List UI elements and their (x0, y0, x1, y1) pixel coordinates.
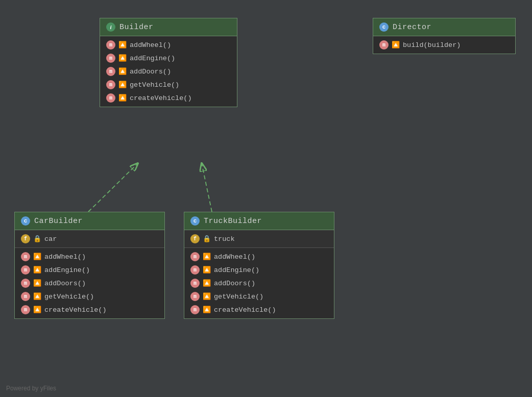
method-badge-m: m (106, 40, 115, 49)
carbuilder-method-addwheel: m 🔼 addWheel() (15, 250, 164, 263)
method-badge-m: m (190, 265, 200, 275)
truckbuilder-method-addengine: m 🔼 addEngine() (184, 263, 334, 277)
director-header: c Director (373, 18, 515, 36)
truckbuilder-class-name: TruckBuilder (204, 217, 262, 226)
truckbuilder-methods: m 🔼 addWheel() m 🔼 addEngine() m 🔼 addDo… (184, 248, 334, 318)
override-icon: 🔼 (33, 266, 41, 274)
carbuilder-method-createvehicle: m 🔼 createVehicle() (15, 303, 164, 316)
director-method-build: m 🔼 build(builder) (373, 38, 515, 52)
carbuilder-field-car: f 🔒 car (15, 232, 164, 245)
method-badge-m: m (21, 265, 30, 275)
director-class-name: Director (393, 23, 431, 32)
override-icon: 🔼 (118, 94, 127, 102)
director-methods: m 🔼 build(builder) (373, 36, 515, 54)
watermark: Powered by yFiles (6, 385, 56, 392)
override-icon: 🔼 (118, 67, 127, 76)
director-badge-icon: c (379, 22, 389, 32)
builder-method-getvehicle: m 🔼 getVehicle() (100, 78, 237, 91)
builder-class-name: Builder (119, 23, 154, 32)
builder-method-addengine: m 🔼 addEngine() (100, 52, 237, 65)
carbuilder-class-box: c CarBuilder f 🔒 car m 🔼 addWheel() m 🔼 … (14, 212, 165, 319)
truckbuilder-class-box: c TruckBuilder f 🔒 truck m 🔼 addWheel() … (184, 212, 334, 319)
method-badge-m: m (190, 279, 200, 288)
method-badge-m: m (106, 80, 115, 89)
override-icon: 🔼 (118, 54, 127, 62)
builder-header: i Builder (100, 18, 237, 36)
carbuilder-method-adddoors: m 🔼 addDoors() (15, 277, 164, 290)
truck-builder-to-builder-arrow (202, 163, 212, 212)
method-badge-m: m (21, 279, 30, 288)
override-icon: 🔼 (33, 306, 41, 314)
carbuilder-methods: m 🔼 addWheel() m 🔼 addEngine() m 🔼 addDo… (15, 248, 164, 318)
override-icon: 🔼 (203, 266, 211, 274)
override-icon: 🔼 (33, 292, 41, 301)
lock-icon: 🔒 (203, 235, 211, 243)
builder-methods: m 🔼 addWheel() m 🔼 addEngine() m 🔼 addDo… (100, 36, 237, 107)
field-badge-f: f (190, 234, 200, 243)
override-icon: 🔼 (118, 41, 127, 49)
carbuilder-header: c CarBuilder (15, 212, 164, 230)
method-badge-m: m (21, 292, 30, 301)
truckbuilder-method-getvehicle: m 🔼 getVehicle() (184, 290, 334, 303)
truckbuilder-method-createvehicle: m 🔼 createVehicle() (184, 303, 334, 316)
method-badge-m: m (190, 292, 200, 301)
method-badge-m: m (106, 54, 115, 63)
arrows-svg (0, 0, 532, 397)
field-badge-f: f (21, 234, 30, 243)
override-icon: 🔼 (203, 306, 211, 314)
override-icon: 🔼 (33, 279, 41, 287)
method-badge-m: m (106, 93, 115, 103)
override-icon: 🔼 (392, 41, 400, 49)
carbuilder-fields: f 🔒 car (15, 230, 164, 248)
lock-icon: 🔒 (33, 235, 41, 243)
builder-class-box: i Builder m 🔼 addWheel() m 🔼 addEngine()… (100, 18, 237, 107)
truckbuilder-method-adddoors: m 🔼 addDoors() (184, 277, 334, 290)
builder-badge-icon: i (106, 22, 115, 32)
method-badge-m: m (21, 305, 30, 314)
override-icon: 🔼 (203, 292, 211, 301)
carbuilder-method-getvehicle: m 🔼 getVehicle() (15, 290, 164, 303)
override-icon: 🔼 (33, 253, 41, 261)
method-badge-m: m (190, 305, 200, 314)
car-builder-to-builder-arrow (88, 163, 138, 212)
truckbuilder-fields: f 🔒 truck (184, 230, 334, 248)
truckbuilder-method-addwheel: m 🔼 addWheel() (184, 250, 334, 263)
builder-method-adddoors: m 🔼 addDoors() (100, 65, 237, 78)
override-icon: 🔼 (203, 253, 211, 261)
override-icon: 🔼 (203, 279, 211, 287)
carbuilder-class-name: CarBuilder (34, 217, 83, 226)
method-badge-m: m (379, 40, 389, 49)
truckbuilder-field-truck: f 🔒 truck (184, 232, 334, 245)
builder-method-createvehicle: m 🔼 createVehicle() (100, 91, 237, 105)
carbuilder-badge-icon: c (21, 216, 30, 226)
builder-method-addwheel: m 🔼 addWheel() (100, 38, 237, 52)
truckbuilder-header: c TruckBuilder (184, 212, 334, 230)
carbuilder-method-addengine: m 🔼 addEngine() (15, 263, 164, 277)
truckbuilder-badge-icon: c (190, 216, 200, 226)
method-badge-m: m (190, 252, 200, 261)
director-class-box: c Director m 🔼 build(builder) (373, 18, 516, 54)
override-icon: 🔼 (118, 81, 127, 89)
method-badge-m: m (21, 252, 30, 261)
method-badge-m: m (106, 67, 115, 76)
diagram-container: i Builder m 🔼 addWheel() m 🔼 addEngine()… (0, 0, 532, 397)
